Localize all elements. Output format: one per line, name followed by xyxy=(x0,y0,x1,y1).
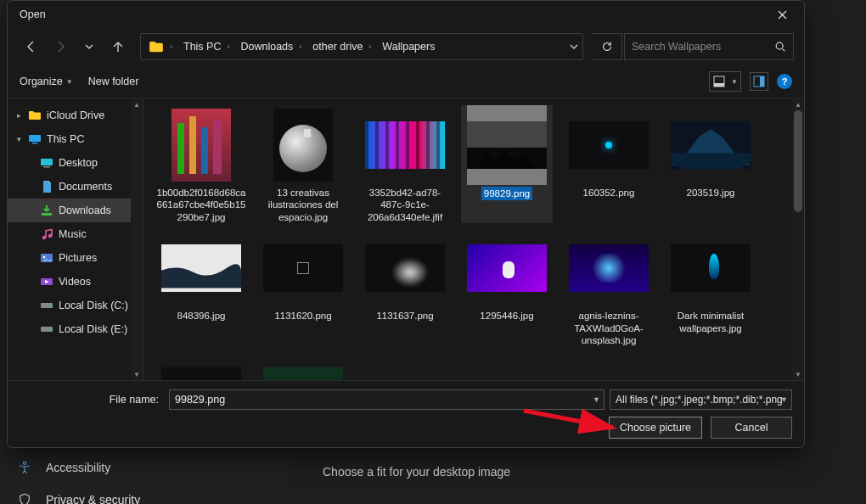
breadcrumb-label: Downloads xyxy=(240,41,293,53)
tree-item-documents[interactable]: Documents xyxy=(8,175,143,199)
tree-item-label: iCloud Drive xyxy=(47,109,104,121)
tree-item-label: Local Disk (C:) xyxy=(59,300,128,311)
titlebar: Open xyxy=(8,1,804,28)
preview-pane-icon xyxy=(753,76,765,87)
help-button[interactable]: ? xyxy=(777,74,792,89)
footer: File name: 99829.png▼ All files (*.jpg;*… xyxy=(8,380,804,447)
search-icon xyxy=(774,41,786,53)
choose-picture-button[interactable]: Choose picture xyxy=(609,417,702,439)
file-type-filter[interactable]: All files (*.jpg;*.jpeg;*.bmp;*.dib;*.pn… xyxy=(610,389,792,410)
twisty-icon: ▸ xyxy=(14,111,23,120)
up-button[interactable] xyxy=(104,33,132,60)
scroll-up-icon[interactable]: ▲ xyxy=(792,98,804,110)
close-button[interactable] xyxy=(765,3,799,26)
file-name: 848396.jpg xyxy=(177,310,226,322)
tree-item-label: Desktop xyxy=(59,157,98,169)
disk-icon xyxy=(40,322,53,336)
chevron-down-icon[interactable]: ▼ xyxy=(780,395,788,404)
breadcrumb-segment[interactable]: Wallpapers xyxy=(378,34,439,59)
file-item[interactable]: dark-minimal-scenery-4k-xj.jpg xyxy=(155,351,247,380)
file-item[interactable]: 3352bd42-ad78-487c-9c1e-206a6d340efe.jfi… xyxy=(359,105,451,223)
svg-point-1 xyxy=(776,42,783,49)
grid-scrollbar[interactable]: ▲▼ xyxy=(792,98,804,380)
view-mode-button[interactable]: ▼ xyxy=(709,71,741,92)
folder-icon xyxy=(28,109,42,122)
breadcrumb-segment[interactable]: other drive› xyxy=(308,34,378,59)
breadcrumb-segment[interactable]: Downloads› xyxy=(236,34,308,59)
nav-row: › This PC› Downloads› other drive› Wallp… xyxy=(8,28,804,65)
tree-item-icloud-drive[interactable]: ▸iCloud Drive xyxy=(8,104,143,127)
recent-button[interactable] xyxy=(76,33,103,60)
tree-item-videos[interactable]: Videos xyxy=(8,270,143,294)
refresh-button[interactable] xyxy=(592,33,622,60)
file-item[interactable]: 1131620.png xyxy=(257,228,349,346)
chevron-down-icon[interactable] xyxy=(569,42,579,52)
file-item[interactable]: Dark minimalist wallpapers.jpg xyxy=(665,228,756,346)
button-label: Choose picture xyxy=(620,422,691,434)
file-item[interactable]: 13 creativas ilustraciones del espacio.j… xyxy=(257,105,349,223)
tree-item-this-pc[interactable]: ▾This PC xyxy=(8,127,143,151)
organize-label: Organize xyxy=(20,76,63,87)
desktop-icon xyxy=(40,156,53,170)
button-label: Cancel xyxy=(735,422,768,434)
music-icon xyxy=(40,227,53,241)
settings-item-accessibility[interactable]: Accessibility xyxy=(0,451,289,484)
pictures-icon xyxy=(40,251,53,265)
file-item[interactable]: 160352.png xyxy=(563,105,655,223)
dialog-title: Open xyxy=(20,8,46,20)
tree-item-desktop[interactable]: Desktop xyxy=(8,151,143,175)
breadcrumb-segment[interactable]: This PC› xyxy=(179,34,236,59)
scroll-down-icon[interactable]: ▼ xyxy=(792,368,804,380)
filename-value: 99829.png xyxy=(175,394,225,406)
svg-point-19 xyxy=(50,328,52,330)
preview-pane-button[interactable] xyxy=(750,72,768,91)
tree-item-downloads[interactable]: Downloads xyxy=(8,199,143,222)
settings-item-label: Privacy & security xyxy=(46,493,140,504)
file-item[interactable]: 1295446.jpg xyxy=(461,228,553,346)
breadcrumb-label: other drive xyxy=(312,41,363,53)
tree-item-label: Downloads xyxy=(59,204,111,216)
search-input[interactable]: Search Wallpapers xyxy=(624,33,794,60)
tree-item-label: Pictures xyxy=(59,252,97,264)
tree-item-label: Documents xyxy=(59,181,112,193)
chevron-right-icon: › xyxy=(296,42,304,51)
tree-item-pictures[interactable]: Pictures xyxy=(8,246,143,270)
svg-point-14 xyxy=(43,256,46,259)
file-name: Dark minimalist wallpapers.jpg xyxy=(665,310,756,334)
svg-rect-7 xyxy=(32,143,37,144)
file-item[interactable]: 203519.jpg xyxy=(665,105,756,223)
file-item[interactable]: agnis-leznins-TAXWIad0GoA-unsplash.jpg xyxy=(563,228,655,346)
tree-item-local-disk-c-[interactable]: Local Disk (C:) xyxy=(8,294,143,317)
file-name: 1295446.jpg xyxy=(480,310,533,322)
file-name: 99829.png xyxy=(481,187,532,200)
tree-item-label: Videos xyxy=(59,276,91,288)
documents-icon xyxy=(40,180,53,193)
settings-item-privacy[interactable]: Privacy & security xyxy=(0,484,289,504)
chevron-down-icon[interactable]: ▼ xyxy=(593,395,600,404)
file-item[interactable]: 848396.jpg xyxy=(155,228,247,346)
forward-button[interactable] xyxy=(47,33,74,60)
tree-item-local-disk-e-[interactable]: Local Disk (E:) xyxy=(8,317,143,341)
cancel-button[interactable]: Cancel xyxy=(711,417,792,439)
file-item[interactable]: dmitry-zaviyalov-japanese-village-12.jpg xyxy=(257,351,349,380)
breadcrumb[interactable]: › This PC› Downloads› other drive› Wallp… xyxy=(140,33,583,60)
filename-input[interactable]: 99829.png▼ xyxy=(169,389,605,410)
tree-scrollbar[interactable]: ▲▼ xyxy=(131,98,143,380)
chevron-down-icon: ▼ xyxy=(66,78,73,86)
file-item[interactable]: 1b00db2f0168d68ca661a67cbe4f0e5b15290be7… xyxy=(155,105,247,223)
scrollbar-thumb[interactable] xyxy=(794,110,802,212)
file-item[interactable]: 99829.png xyxy=(461,105,553,223)
file-item[interactable]: 1131637.png xyxy=(359,228,451,346)
svg-rect-3 xyxy=(714,83,724,87)
toolbar: Organize ▼ New folder ▼ ? xyxy=(8,65,804,98)
svg-rect-6 xyxy=(29,135,41,142)
tree-item-music[interactable]: Music xyxy=(8,222,143,246)
file-name: 203519.jpg xyxy=(687,187,735,199)
svg-rect-9 xyxy=(43,166,50,168)
new-folder-button[interactable]: New folder xyxy=(88,76,139,87)
back-button[interactable] xyxy=(18,33,45,60)
file-grid: 1b00db2f0168d68ca661a67cbe4f0e5b15290be7… xyxy=(143,98,804,380)
thumbnails-icon xyxy=(713,76,725,87)
file-open-dialog: Open › This PC› Downloads› other drive› … xyxy=(7,0,805,448)
organize-menu[interactable]: Organize ▼ xyxy=(20,76,73,87)
